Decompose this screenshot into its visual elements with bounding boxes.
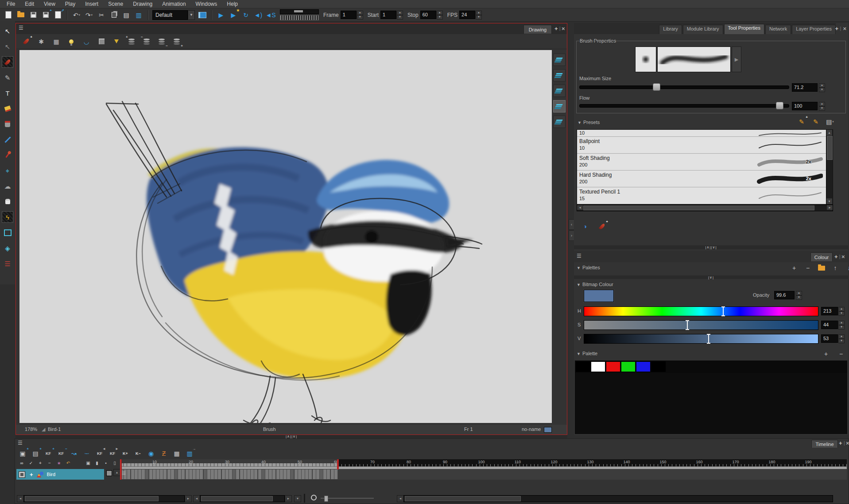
- art-layer-button-0[interactable]: [553, 54, 566, 66]
- palettes-header[interactable]: ▼Palettes: [577, 265, 600, 270]
- onion-skin-icon[interactable]: ◡: [81, 37, 91, 47]
- frame-cell-6[interactable]: [138, 469, 142, 479]
- art-layer-button-2[interactable]: [553, 85, 566, 97]
- layer-checkbox[interactable]: [19, 471, 25, 478]
- frame-cell-15[interactable]: [171, 469, 174, 479]
- add-view-icon[interactable]: +: [839, 440, 842, 446]
- frame-cell-49[interactable]: [295, 469, 298, 479]
- mark-dot-icon[interactable]: ▪: [103, 460, 109, 466]
- frames-hscrollbar[interactable]: [403, 495, 833, 502]
- panel-menu-icon[interactable]: ☰: [18, 440, 23, 446]
- palette-swatch-2[interactable]: [606, 361, 620, 372]
- frame-cell-4[interactable]: [131, 469, 135, 479]
- horizontal-splitter[interactable]: |∧||∨|: [16, 435, 567, 438]
- sound-scrub-toggle-icon[interactable]: ◉: [146, 449, 156, 458]
- preset-soft-shading[interactable]: Soft Shading2002x: [577, 154, 833, 171]
- pivot-tool[interactable]: ⌖: [2, 165, 13, 176]
- enable-layers-icon[interactable]: ✓: [28, 460, 34, 466]
- tab-layer-properties[interactable]: Layer Properties: [792, 25, 836, 34]
- loop-icon[interactable]: ↻: [241, 10, 251, 20]
- mark-start-icon[interactable]: ▮: [94, 460, 100, 466]
- frame-cell-16[interactable]: [174, 469, 178, 479]
- next-keyframe-icon[interactable]: KF►: [108, 449, 117, 458]
- s-slider[interactable]: [584, 320, 818, 330]
- frame-cell-28[interactable]: [218, 469, 221, 479]
- frame-cell-54[interactable]: [313, 469, 316, 479]
- opacity-spinner[interactable]: ▲▼: [796, 291, 802, 300]
- redo-icon[interactable]: ↷▾: [84, 10, 94, 20]
- maximum-size-handle[interactable]: [653, 83, 660, 91]
- layer-scroll-up-icon[interactable]: ▲: [113, 469, 120, 476]
- frame-cell-22[interactable]: [196, 469, 200, 479]
- menu-file[interactable]: File: [2, 1, 20, 7]
- tab-drawing[interactable]: Drawing: [523, 25, 552, 34]
- tab-library[interactable]: Library: [659, 25, 682, 34]
- add-image-layer-icon[interactable]: ▤+: [31, 449, 40, 458]
- maximum-size-spinner[interactable]: ▲▼: [819, 83, 825, 92]
- mark-end-icon[interactable]: ▯: [112, 460, 118, 466]
- menu-view[interactable]: View: [39, 1, 60, 7]
- palette-swatch-4[interactable]: [636, 361, 651, 372]
- frame-cell-32[interactable]: [233, 469, 236, 479]
- add-exposure-icon[interactable]: K+: [120, 449, 130, 458]
- frame-cell-31[interactable]: [229, 469, 233, 479]
- copy-icon[interactable]: [109, 10, 119, 20]
- frame-cell-18[interactable]: [182, 469, 185, 479]
- hscroll-right-icon[interactable]: ►: [285, 495, 292, 502]
- preset-hard-shading[interactable]: Hard Shading2002x: [577, 171, 833, 187]
- layer-colour-icon[interactable]: [106, 470, 112, 476]
- frame-cell-60[interactable]: [334, 469, 338, 479]
- art-layer-button-1[interactable]: [553, 69, 566, 81]
- prev-drawing-remove-icon[interactable]: −: [142, 37, 151, 47]
- layer-list-hscrollbar[interactable]: [23, 495, 185, 502]
- presets-vscrollbar[interactable]: ▲▼: [826, 130, 833, 204]
- start-field[interactable]: 1: [380, 11, 396, 19]
- vertical-splitter[interactable]: ‹ ›: [568, 23, 574, 435]
- palette-swatch-0[interactable]: [576, 361, 590, 372]
- brush-tip-preview[interactable]: [635, 47, 656, 72]
- library-icon[interactable]: ▥: [134, 10, 143, 20]
- brush-tool[interactable]: [2, 57, 13, 67]
- frame-cell-7[interactable]: [142, 469, 145, 479]
- panel-menu-icon[interactable]: ☰: [577, 253, 582, 259]
- frame-cell-59[interactable]: [331, 469, 334, 479]
- eraser-tool[interactable]: [2, 103, 13, 114]
- frame-cell-38[interactable]: [254, 469, 258, 479]
- remove-layer-icon[interactable]: −: [47, 460, 53, 466]
- frame-cell-3[interactable]: [127, 469, 131, 479]
- frame-cell-50[interactable]: [298, 469, 302, 479]
- frame-cell-36[interactable]: [247, 469, 251, 479]
- stop-spinner[interactable]: ▲▼: [437, 11, 443, 19]
- frame-ruler[interactable]: 1020304050607080901001101201301401501601…: [120, 459, 847, 466]
- frame-cell-25[interactable]: [207, 469, 211, 479]
- v-spinner[interactable]: ▲▼: [838, 334, 845, 343]
- layer-scroll-down-icon[interactable]: ▼: [294, 495, 301, 502]
- frame-cell-19[interactable]: [186, 469, 189, 479]
- frame-field[interactable]: 1: [341, 11, 357, 19]
- frame-cell-24[interactable]: [204, 469, 207, 479]
- tab-colour[interactable]: Colour: [810, 252, 833, 261]
- frame-cell-20[interactable]: [189, 469, 193, 479]
- add-view-icon[interactable]: +: [834, 253, 838, 260]
- cutter-tool[interactable]: ◈: [2, 243, 13, 253]
- xsheet-view-icon[interactable]: ▦: [172, 449, 182, 458]
- palette-header[interactable]: ▼Palette: [577, 351, 597, 356]
- palette-up-icon[interactable]: ↑: [830, 263, 840, 273]
- save-all-icon[interactable]: +: [41, 10, 50, 20]
- layer-name[interactable]: Bird: [47, 472, 56, 477]
- frame-cell-14[interactable]: [167, 469, 171, 479]
- hand-tool[interactable]: [2, 196, 13, 207]
- frame-cell-40[interactable]: [262, 469, 265, 479]
- frame-cell-17[interactable]: [178, 469, 182, 479]
- s-value[interactable]: 44: [821, 321, 838, 329]
- prev-keyframe-icon[interactable]: KF◄: [95, 449, 105, 458]
- workspace-dropdown[interactable]: Default: [152, 10, 188, 20]
- menu-help[interactable]: Help: [222, 1, 243, 7]
- palette-folder-icon[interactable]: [817, 263, 826, 273]
- update-preset-icon[interactable]: ✎: [811, 117, 821, 127]
- sound-icon[interactable]: ◄): [253, 10, 263, 20]
- data-view-hscrollbar[interactable]: [200, 495, 285, 502]
- presets-list[interactable]: 10Ballpoint10Soft Shading2002xHard Shadi…: [577, 129, 833, 205]
- close-view-icon[interactable]: ×: [846, 440, 849, 446]
- close-view-icon[interactable]: ×: [841, 253, 845, 260]
